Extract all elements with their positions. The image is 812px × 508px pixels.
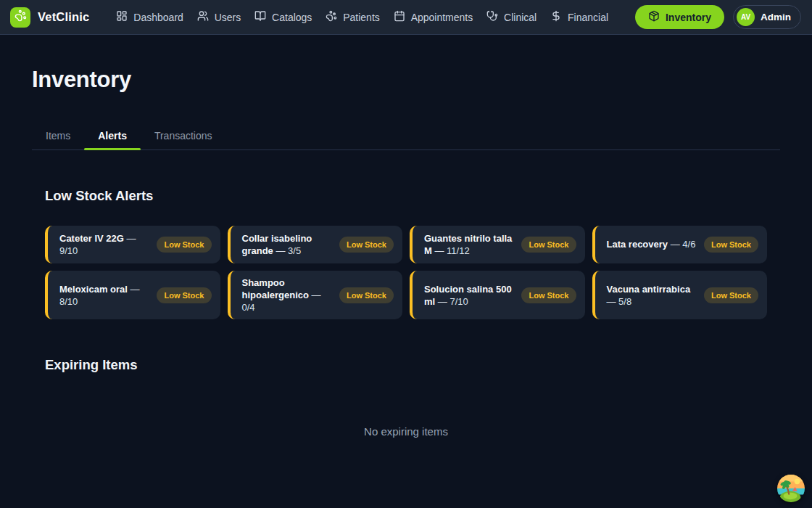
low-stock-card[interactable]: Shampoo hipoalergenico — 0/4 Low Stock [228, 271, 403, 319]
nav-item-inventory-active[interactable]: Inventory [635, 5, 724, 29]
nav-item-financial[interactable]: Financial [550, 10, 608, 24]
low-stock-card[interactable]: Cateter IV 22G — 9/10 Low Stock [45, 226, 220, 263]
item-name: Lata recovery [607, 239, 668, 250]
item-count: — 5/8 [607, 296, 632, 307]
low-stock-badge: Low Stock [339, 237, 394, 253]
low-stock-card[interactable]: Collar isabelino grande — 3/5 Low Stock [228, 226, 403, 263]
low-stock-badge: Low Stock [521, 287, 576, 303]
paw-icon [14, 9, 27, 25]
low-stock-badge: Low Stock [521, 237, 576, 253]
nav-item-dashboard[interactable]: Dashboard [116, 10, 183, 24]
package-icon [648, 10, 660, 24]
tab-alerts[interactable]: Alerts [84, 122, 141, 149]
main-nav: Dashboard Users Catalogs Patients Appoin… [103, 10, 622, 24]
low-stock-cards: Cateter IV 22G — 9/10 Low Stock Collar i… [45, 226, 767, 319]
calendar-icon [394, 10, 405, 24]
low-stock-badge: Low Stock [704, 287, 758, 303]
vetclinic-logo[interactable] [10, 7, 30, 28]
low-stock-badge: Low Stock [339, 287, 394, 303]
expiring-section: Expiring Items No expiring items [32, 357, 780, 438]
users-icon [197, 10, 209, 24]
nav-item-patients[interactable]: Patients [326, 10, 380, 24]
user-menu[interactable]: AV Admin [733, 5, 801, 29]
tab-items[interactable]: Items [32, 122, 84, 149]
avatar: AV [737, 8, 755, 26]
low-stock-badge: Low Stock [157, 237, 211, 253]
paw-icon [326, 10, 337, 24]
low-stock-card[interactable]: Lata recovery — 4/6 Low Stock [592, 226, 768, 263]
tab-bar: Items Alerts Transactions [32, 122, 780, 150]
brand-name: VetClinic [38, 10, 90, 24]
low-stock-section: Low Stock Alerts Cateter IV 22G — 9/10 L… [32, 188, 780, 319]
dollar-icon [550, 10, 562, 24]
island-icon [777, 475, 805, 502]
empty-state-message: No expiring items [45, 425, 767, 438]
page-title: Inventory [32, 67, 780, 93]
nav-item-users[interactable]: Users [197, 10, 241, 24]
item-name: Meloxicam oral [59, 284, 128, 295]
book-icon [254, 10, 266, 24]
low-stock-badge: Low Stock [157, 287, 211, 303]
nav-item-clinical[interactable]: Clinical [486, 10, 536, 24]
dashboard-icon [116, 10, 128, 24]
item-name: Shampoo hipoalergenico [242, 277, 309, 300]
stethoscope-icon [486, 10, 498, 24]
low-stock-card[interactable]: Vacuna antirrabica — 5/8 Low Stock [592, 271, 768, 319]
low-stock-heading: Low Stock Alerts [45, 188, 767, 204]
low-stock-card[interactable]: Guantes nitrilo talla M — 11/12 Low Stoc… [410, 226, 585, 263]
item-count: — 7/10 [438, 296, 468, 307]
nav-pill-label: Inventory [666, 12, 711, 23]
brand: VetClinic [10, 7, 90, 28]
expiring-heading: Expiring Items [45, 357, 767, 373]
island-button[interactable] [777, 475, 805, 502]
nav-item-catalogs[interactable]: Catalogs [254, 10, 312, 24]
item-name: Vacuna antirrabica [607, 284, 691, 295]
item-count: — 11/12 [434, 245, 469, 256]
item-name: Cateter IV 22G [59, 233, 124, 244]
tab-transactions[interactable]: Transactions [141, 122, 226, 149]
inventory-page: Inventory Items Alerts Transactions Low … [0, 35, 812, 438]
item-count: — 3/5 [276, 245, 301, 256]
user-name: Admin [761, 12, 791, 22]
low-stock-card[interactable]: Meloxicam oral — 8/10 Low Stock [45, 271, 220, 319]
nav-item-appointments[interactable]: Appointments [394, 10, 473, 24]
top-nav: VetClinic Dashboard Users Catalogs Patie… [0, 0, 812, 35]
low-stock-badge: Low Stock [704, 237, 758, 253]
low-stock-card[interactable]: Solucion salina 500 ml — 7/10 Low Stock [410, 271, 585, 319]
item-count: — 4/6 [671, 239, 696, 250]
